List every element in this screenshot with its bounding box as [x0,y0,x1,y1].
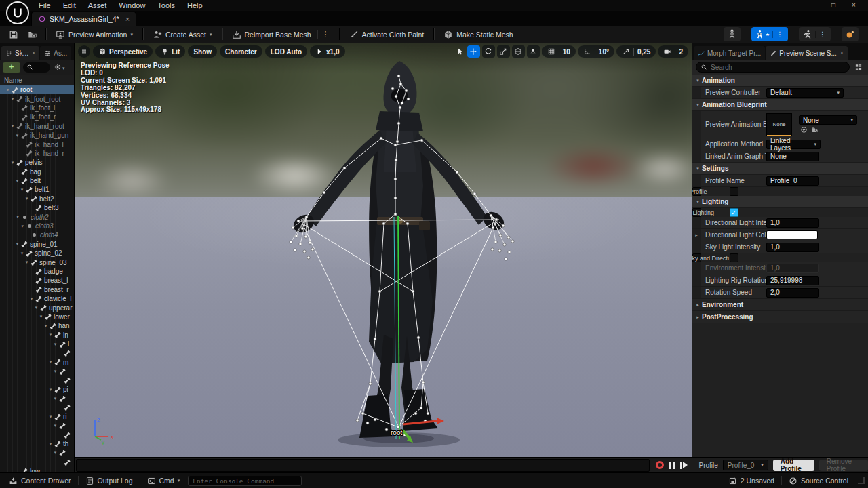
viewport-move-button[interactable] [467,45,480,58]
window-restore-button[interactable]: □ [826,1,841,10]
viewport-lod-auto-button[interactable]: LOD Auto [265,45,307,58]
viewport-grid-snap-button[interactable]: 10 [542,45,576,58]
detail-row-settings[interactable]: ▾Settings [692,163,868,175]
root-bone-label[interactable]: root [391,429,402,436]
tree-expand-caret[interactable]: ▾ [52,342,59,347]
statusbar-2-unsaved-button[interactable]: 2 Unsaved [723,475,780,487]
panel-tab-as[interactable]: As... [40,46,71,60]
tree-row-han[interactable]: ▾han [0,321,74,330]
tree-row-ik-hand-l[interactable]: ik_hand_l [0,140,74,148]
tree-expand-caret[interactable]: ▾ [14,241,21,247]
viewport-perspective-cube-button[interactable]: Perspective [93,45,153,58]
color-swatch-directional-light-color[interactable] [766,230,818,239]
viewport-angle-snap-button[interactable]: 10° [578,45,614,58]
detail-row-lighting[interactable]: ▾Lighting [692,196,868,208]
browse-button[interactable] [24,28,41,41]
tree-row-item[interactable] [0,403,74,412]
tree-expand-caret[interactable]: ▾ [9,160,16,165]
checkbox-rotate-sky-and-directi[interactable] [730,253,738,262]
window-minimize-button[interactable]: − [806,1,821,10]
tree-row-root[interactable]: ▾root [0,85,74,94]
mode-physics-mode-button[interactable] [842,27,859,41]
viewport-lit-bulb-button[interactable]: Lit [155,45,185,58]
tree-expand-caret[interactable]: ▾ [42,323,50,329]
text-field-environment-intensity[interactable]: 1,0 [766,264,819,273]
text-field-rotation-speed[interactable]: 2,0 [766,288,819,298]
tree-row-ri[interactable]: ▾ri [0,412,74,421]
tree-row-spine-03[interactable]: ▾spine_03 [0,258,74,266]
tree-expand-caret[interactable]: ▾ [52,450,59,455]
tree-row-ik-foot-l[interactable]: ik_foot_l [0,104,74,113]
tree-expand-caret[interactable]: ▾ [18,224,26,229]
timeline-scrubber[interactable] [76,459,650,472]
tree-expand-caret[interactable]: ▾ [28,296,35,302]
pause-button[interactable] [669,462,675,469]
panel-tab-morph-target-pr[interactable]: Morph Target Pr... [694,46,765,60]
panel-tab-preview-scene-s[interactable]: Preview Scene S...× [766,46,848,60]
tree-row-badge[interactable]: badge [0,267,74,276]
mode-mesh-mode-button[interactable]: ★⋮ [751,27,788,41]
tree-row-breast-l[interactable]: breast_l [0,276,74,285]
tree-row-pelvis[interactable]: ▾pelvis [0,158,74,167]
tree-row-ik-hand-gun[interactable]: ▾ik_hand_gun [0,131,74,140]
viewport-coord-globe-button[interactable] [512,45,525,58]
text-field-profile-name[interactable]: Profile_0 [766,176,819,186]
text-field-linked-anim-graph-tag[interactable]: None [766,152,819,161]
tree-row-m[interactable]: ▾m [0,358,74,367]
tree-expand-caret[interactable]: ▾ [23,196,31,201]
menu-help[interactable]: Help [181,1,209,10]
tree-row-ik-hand-root[interactable]: ▾ik_hand_root [0,122,74,131]
toolbar-create-asset-button[interactable]: Create Asset▾ [148,28,217,41]
tree-row-cloth4[interactable]: cloth4 [0,230,74,239]
tree-row-clavicle-l[interactable]: ▾clavicle_l [0,294,74,303]
tree-row-cloth3[interactable]: ▾cloth3 [0,222,74,230]
toolbar-activate-cloth-paint-button[interactable]: Activate Cloth Paint [344,28,429,41]
tree-expand-caret[interactable]: ▾ [18,251,26,256]
view-options-button[interactable] [852,62,865,73]
search-input[interactable] [711,64,845,71]
dropdown-application-method[interactable]: Linked Layers▾ [766,140,821,149]
tree-expand-caret[interactable]: ▾ [52,396,59,401]
tab-close-icon[interactable]: × [32,49,35,56]
viewport[interactable]: root PerspectiveLitShowCharacterLOD Auto… [75,43,692,457]
menu-asset[interactable]: Asset [82,1,113,10]
tree-row-pi[interactable]: ▾pi [0,385,74,394]
tree-row-item[interactable] [0,348,74,357]
kebab-menu-icon[interactable]: ⋮ [815,30,827,38]
step-forward-button[interactable] [680,462,688,469]
viewport-scale-button[interactable] [497,45,510,58]
viewport-play-button[interactable]: x1,0 [310,45,344,58]
viewport-rotate-button[interactable] [482,45,495,58]
mode-skeleton-mode-button[interactable] [724,27,741,41]
tree-expand-caret[interactable]: ▾ [9,96,16,102]
tree-expand-caret[interactable]: ▾ [47,387,54,392]
browse-to-asset-icon[interactable] [812,126,819,134]
kebab-menu-icon[interactable]: ⋮ [317,30,330,39]
tree-row-item[interactable] [0,458,74,466]
kebab-menu-icon[interactable]: ⋮ [772,30,785,38]
add-profile-button[interactable]: Add Profile [773,460,814,471]
viewport-surface-snap-button[interactable] [527,45,540,58]
profile-dropdown[interactable]: Profile_0 ▾ [723,460,768,470]
tree-settings-button[interactable] [54,63,65,71]
tree-row-in[interactable]: ▾in [0,331,74,340]
tree-column-header[interactable]: Name [0,75,74,85]
viewport-show-button[interactable]: Show [188,45,217,58]
record-button[interactable] [656,461,664,469]
save-button[interactable] [5,28,22,41]
tree-row-upperar[interactable]: ▾upperar [0,303,74,312]
tree-row-belt[interactable]: ▾belt [0,176,74,185]
tree-expand-caret[interactable]: ▾ [14,178,21,184]
mode-animation-mode-button[interactable]: ⋮ [799,27,831,41]
menu-file[interactable]: File [33,1,57,10]
tree-row-belt1[interactable]: ▾belt1 [0,185,74,194]
tree-expand-caret[interactable]: ▾ [37,314,45,319]
dropdown-preview-controller[interactable]: Default▾ [766,88,844,98]
tree-row-item[interactable]: ▾ [0,367,74,375]
tree-row-spine-02[interactable]: ▾spine_02 [0,249,74,258]
tree-search-button[interactable] [23,62,50,73]
tab-close-icon[interactable]: × [125,15,130,23]
tab-close-icon[interactable]: × [840,49,844,56]
asset-thumbnail[interactable]: None [766,113,792,136]
asset-tab[interactable]: SKM_AssassinGirl_4* × [31,12,136,26]
